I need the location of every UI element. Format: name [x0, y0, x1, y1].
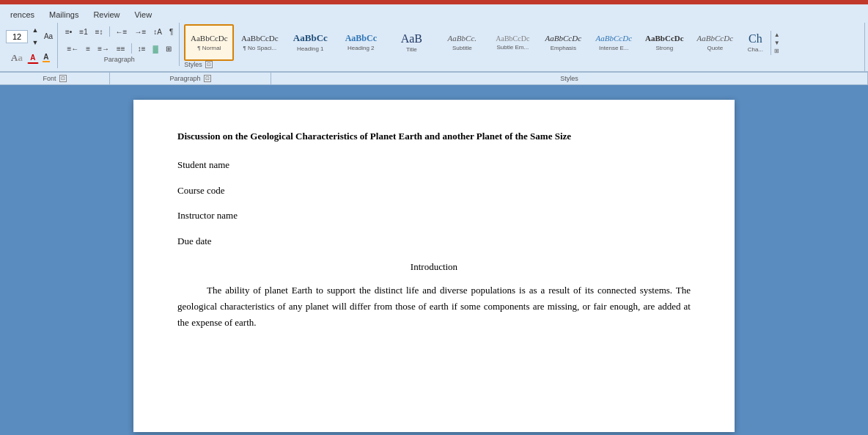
styles-scroll: ▲ ▼ ⊞ — [770, 31, 782, 55]
style-ch-preview: Ch — [749, 32, 762, 45]
tab-references[interactable]: rences — [3, 9, 42, 21]
style-h2-preview: AaBbCc — [345, 34, 377, 43]
document-page[interactable]: Discussion on the Geological Characteris… — [133, 100, 735, 432]
style-normal-label: ¶ Normal — [197, 45, 221, 51]
ribbon-body: ▲ ▼ Aa Aa A A — [0, 21, 868, 72]
font-change-case[interactable]: Aa — [8, 51, 26, 65]
justify-btn[interactable]: ≡≡ — [114, 41, 128, 56]
sort-btn[interactable]: ↕A — [150, 24, 165, 39]
styles-label-text: Styles — [560, 75, 578, 82]
styles-row: AaBbCcDc ¶ Normal AaBbCcDc ¶ No Spaci...… — [184, 24, 861, 61]
style-intense-emphasis[interactable]: AaBbCcDc Intense E... — [589, 24, 639, 61]
font-color-btn[interactable]: A — [27, 52, 39, 64]
document-student-name: Student name — [177, 158, 691, 173]
styles-scroll-up[interactable]: ▲ — [773, 31, 781, 39]
align-center-btn[interactable]: ≡ — [83, 41, 93, 56]
styles-label: Styles — [184, 61, 202, 68]
style-nospace-preview: AaBbCcDc — [241, 34, 279, 43]
increase-indent-btn[interactable]: →≡ — [131, 24, 149, 39]
style-ch[interactable]: Ch Cha... — [740, 24, 770, 61]
styles-scroll-more[interactable]: ⊞ — [773, 47, 780, 55]
list-group: ≡• ≡1 ≡↕ ←≡ →≡ ↕A ¶ ≡← ≡ ≡→ ≡≡ — [59, 23, 180, 66]
style-emphasis[interactable]: AaBbCcDc Emphasis — [538, 24, 588, 61]
style-quote[interactable]: AaBbCcDc Quote — [690, 24, 740, 61]
style-intense-label: Intense E... — [599, 45, 628, 51]
font-label-text: Font — [43, 75, 56, 82]
style-emphasis-preview: AaBbCcDc — [545, 34, 581, 43]
styles-scroll-down[interactable]: ▼ — [773, 39, 781, 47]
line-spacing-btn[interactable]: ↕≡ — [135, 41, 149, 56]
style-ch-label: Cha... — [748, 46, 763, 53]
font-section-label: Font ⊡ — [0, 73, 110, 84]
style-subtle-emphasis[interactable]: AaBbCcDc Subtle Em... — [488, 24, 537, 61]
style-subtitle-label: Subtitle — [452, 45, 472, 51]
decrease-indent-btn[interactable]: ←≡ — [113, 24, 130, 39]
style-heading1[interactable]: AaBbCc Heading 1 — [285, 24, 335, 61]
styles-section-label: Styles — [271, 73, 868, 84]
ribbon-tabs: rences Mailings Review View — [0, 4, 868, 21]
style-emphasis-label: Emphasis — [551, 45, 576, 51]
font-size-input[interactable] — [6, 30, 28, 43]
style-heading2[interactable]: AaBbCc Heading 2 — [336, 24, 386, 61]
style-h2-label: Heading 2 — [347, 45, 374, 51]
style-subtle-label: Subtle Em... — [497, 44, 529, 51]
align-left-btn[interactable]: ≡← — [64, 41, 81, 56]
paragraph-expand-btn[interactable]: ⊡ — [204, 75, 211, 82]
tab-view[interactable]: View — [127, 9, 159, 21]
font-expand-btn[interactable]: ⊡ — [59, 75, 67, 82]
clear-format-btn[interactable]: Aa — [43, 31, 54, 43]
style-subtle-preview: AaBbCcDc — [496, 34, 529, 43]
show-marks-btn[interactable]: ¶ — [166, 24, 176, 39]
bullets-btn[interactable]: ≡• — [62, 24, 75, 39]
style-strong-label: Strong — [656, 45, 674, 51]
styles-expand-btn[interactable]: ⊡ — [205, 61, 213, 68]
paragraph-section-label: Paragraph ⊡ — [110, 73, 271, 84]
font-size-increase[interactable]: ▲ — [29, 24, 41, 36]
tab-review[interactable]: Review — [86, 9, 127, 21]
align-right-btn[interactable]: ≡→ — [95, 41, 112, 56]
document-paragraph1: The ability of planet Earth to support t… — [177, 282, 691, 331]
style-subtitle-preview: AaBbCc. — [448, 34, 477, 43]
style-normal-preview: AaBbCcDc — [191, 34, 228, 43]
multilevel-btn[interactable]: ≡↕ — [92, 24, 106, 39]
document-course-code: Course code — [177, 183, 691, 199]
styles-group: AaBbCcDc ¶ Normal AaBbCcDc ¶ No Spaci...… — [181, 23, 865, 71]
style-h1-label: Heading 1 — [297, 45, 323, 52]
style-quote-label: Quote — [707, 45, 723, 51]
document-instructor-name: Instructor name — [177, 208, 691, 224]
document-title: Discussion on the Geological Characteris… — [177, 129, 691, 145]
ribbon-labels-bar: Font ⊡ Paragraph ⊡ Styles — [0, 72, 868, 85]
font-size-decrease[interactable]: ▼ — [29, 37, 41, 48]
style-normal[interactable]: AaBbCcDc ¶ Normal — [184, 24, 234, 61]
style-strong[interactable]: AaBbCcDc Strong — [639, 24, 689, 61]
style-quote-preview: AaBbCcDc — [697, 34, 733, 43]
style-nospace[interactable]: AaBbCcDc ¶ No Spaci... — [235, 24, 284, 61]
style-intense-preview: AaBbCcDc — [596, 34, 632, 43]
borders-btn[interactable]: ⊞ — [163, 41, 174, 56]
font-size-group: ▲ ▼ Aa Aa A A — [3, 23, 58, 68]
style-h1-preview: AaBbCc — [293, 33, 328, 43]
paragraph-label-text: Paragraph — [169, 75, 200, 82]
styles-group-footer: Styles ⊡ — [184, 61, 861, 70]
style-nospace-label: ¶ No Spaci... — [243, 45, 277, 51]
style-subtitle[interactable]: AaBbCc. Subtitle — [437, 24, 487, 61]
document-due-date: Due date — [177, 234, 691, 249]
document-area: Discussion on the Geological Characteris… — [0, 85, 868, 435]
document-section-intro: Introduction — [177, 260, 691, 275]
style-title-label: Title — [406, 46, 417, 53]
numbering-btn[interactable]: ≡1 — [76, 24, 90, 39]
paragraph-label: Paragraph — [104, 56, 135, 65]
style-title[interactable]: AaB Title — [386, 24, 436, 61]
text-highlight-btn[interactable]: A — [40, 52, 52, 64]
style-strong-preview: AaBbCcDc — [645, 34, 684, 43]
shading-btn[interactable]: ▓ — [150, 41, 161, 56]
style-title-preview: AaB — [401, 32, 422, 45]
tab-mailings[interactable]: Mailings — [42, 9, 86, 21]
